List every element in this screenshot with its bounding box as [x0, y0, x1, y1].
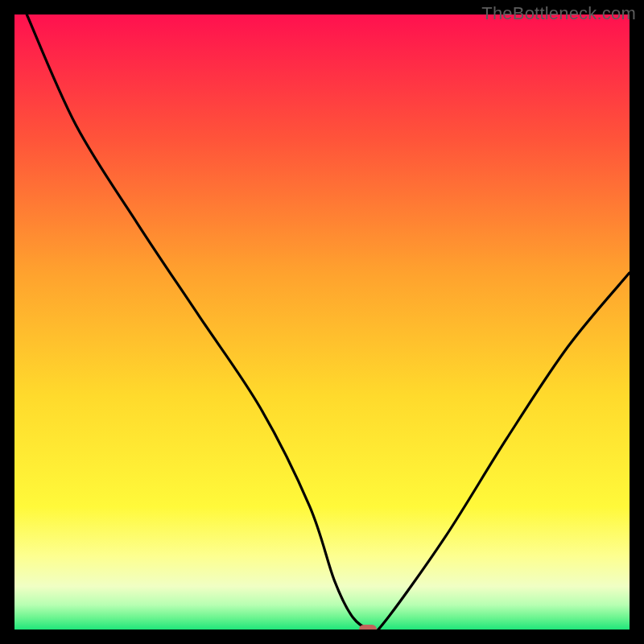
chart-frame: TheBottleneck.com — [0, 0, 644, 644]
plot-area — [14, 14, 630, 630]
optimal-marker — [359, 625, 377, 630]
watermark-label: TheBottleneck.com — [481, 3, 636, 24]
bottleneck-curve — [14, 14, 630, 630]
